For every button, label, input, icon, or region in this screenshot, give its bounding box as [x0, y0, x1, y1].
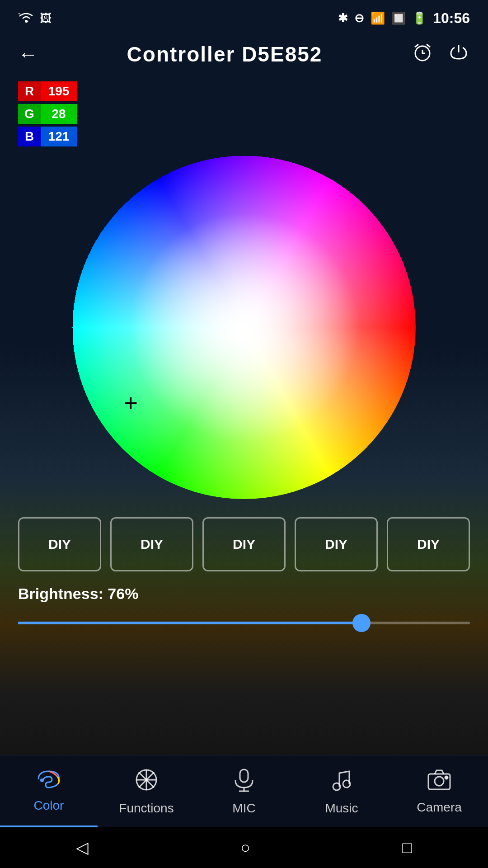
back-button[interactable]: ←	[18, 43, 38, 66]
brightness-fill	[18, 622, 361, 624]
nav-item-functions[interactable]: Functions	[98, 755, 195, 827]
rgb-r-letter: R	[18, 81, 41, 101]
wifi-icon: ?	[18, 10, 34, 26]
clock-time: 10:56	[433, 10, 470, 27]
rgb-g-value: 28	[41, 104, 77, 124]
diy-button-1[interactable]: DIY	[18, 517, 101, 571]
color-wheel-container[interactable]: +	[0, 151, 488, 504]
alarm-icon[interactable]	[411, 41, 434, 68]
brightness-slider[interactable]	[18, 612, 470, 634]
nav-label-camera: Camera	[417, 800, 462, 815]
mic-icon	[233, 768, 255, 797]
sys-nav-bar: ◁ ○ □	[0, 827, 488, 868]
rgb-b-row: B 121	[18, 127, 470, 146]
svg-text:?: ?	[18, 13, 21, 18]
diy-button-4[interactable]: DIY	[295, 517, 378, 571]
diy-row: DIY DIY DIY DIY DIY	[0, 504, 488, 580]
power-icon[interactable]	[447, 41, 470, 68]
music-icon	[330, 768, 353, 797]
brightness-label: Brightness: 76%	[18, 585, 470, 603]
photo-icon: 🖼	[40, 11, 52, 25]
nav-item-music[interactable]: Music	[293, 755, 390, 827]
sys-recent-button[interactable]: □	[402, 838, 412, 857]
header-icons	[411, 41, 470, 68]
bluetooth-icon: ✱	[338, 11, 348, 25]
nav-label-functions: Functions	[119, 801, 174, 816]
svg-point-16	[445, 776, 448, 779]
rgb-g-letter: G	[18, 104, 41, 124]
battery-icon: 🔋	[412, 11, 427, 25]
sys-back-button[interactable]: ◁	[76, 838, 89, 857]
functions-icon	[134, 768, 159, 797]
header: ← Controller D5E852	[0, 32, 488, 77]
nav-label-music: Music	[325, 801, 358, 816]
diy-button-3[interactable]: DIY	[202, 517, 286, 571]
rgb-r-value: 195	[41, 81, 77, 101]
rgb-display: R 195 G 28 B 121	[0, 77, 488, 151]
rgb-b-value: 121	[41, 127, 77, 146]
brightness-track	[18, 622, 470, 624]
rgb-r-row: R 195	[18, 81, 470, 101]
bottom-nav: Color Functions MIC	[0, 755, 488, 827]
page-title: Controller D5E852	[38, 42, 411, 66]
sys-home-button[interactable]: ○	[240, 838, 250, 857]
nav-item-mic[interactable]: MIC	[195, 755, 293, 827]
nav-item-camera[interactable]: Camera	[390, 755, 488, 827]
color-wheel[interactable]: +	[72, 156, 416, 499]
color-icon	[37, 769, 61, 795]
camera-icon	[427, 769, 452, 797]
nav-label-color: Color	[34, 798, 64, 813]
svg-point-3	[40, 778, 44, 782]
nav-label-mic: MIC	[232, 801, 255, 816]
signal-icon: 📶	[371, 11, 385, 25]
diy-button-5[interactable]: DIY	[387, 517, 470, 571]
status-bar: ? 🖼 ✱ ⊖ 📶 🔲 🔋 10:56	[0, 0, 488, 32]
svg-rect-9	[240, 769, 248, 782]
status-left: ? 🖼	[18, 10, 52, 26]
svg-point-15	[435, 777, 444, 786]
minus-circle-icon: ⊖	[354, 11, 364, 25]
rgb-g-row: G 28	[18, 104, 470, 124]
svg-point-0	[25, 20, 28, 23]
battery-blocked-icon: 🔲	[391, 11, 406, 25]
brightness-thumb[interactable]	[352, 614, 371, 632]
diy-button-2[interactable]: DIY	[110, 517, 193, 571]
brightness-section: Brightness: 76%	[0, 580, 488, 643]
rgb-b-letter: B	[18, 127, 41, 146]
status-right: ✱ ⊖ 📶 🔲 🔋 10:56	[338, 10, 470, 27]
nav-item-color[interactable]: Color	[0, 755, 98, 827]
